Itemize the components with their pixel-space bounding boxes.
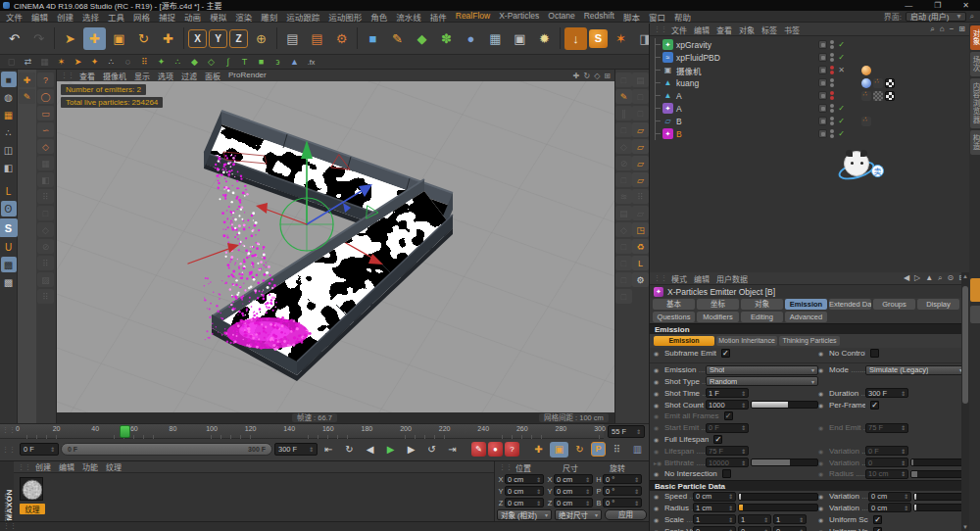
menu-item-构造[interactable]: 构造 xyxy=(970,130,980,155)
checker-tag-icon[interactable] xyxy=(885,91,895,101)
menu-item-脚本[interactable]: 脚本 xyxy=(623,11,640,23)
menu-item-网格[interactable]: 网格 xyxy=(133,11,150,23)
model-mode-icon[interactable]: ■ xyxy=(1,72,17,87)
object-row[interactable]: ▲kuang xyxy=(650,76,969,89)
animation-dot[interactable]: ◉ xyxy=(654,516,664,523)
xp-emitter-tool-icon[interactable]: ✶ xyxy=(54,56,69,69)
range-end-field[interactable]: 300 F⇕ xyxy=(274,443,318,456)
menu-item-Emission[interactable]: Emission xyxy=(785,299,827,310)
animation-dot[interactable]: ◉ xyxy=(654,412,664,419)
pen-tool-icon[interactable]: ✎ xyxy=(615,89,632,104)
prev-frame-icon[interactable]: ◀ xyxy=(361,442,379,458)
xp-cube-icon[interactable]: ◆ xyxy=(187,56,202,69)
menu-item-ProRender[interactable]: ProRender xyxy=(228,71,267,81)
film-icon[interactable]: ▥ xyxy=(628,442,647,458)
menu-item-RealFlow[interactable]: RealFlow xyxy=(456,11,490,23)
live-selection-icon[interactable]: ➤ xyxy=(59,27,81,50)
value-field[interactable]: 0 °⇕ xyxy=(603,474,642,484)
menu-item-内容浏览器[interactable]: 内容浏览器 xyxy=(970,78,980,128)
camera-icon[interactable]: ▣ xyxy=(509,27,531,50)
dots-tag-icon[interactable] xyxy=(861,91,871,101)
layer-square-icon[interactable] xyxy=(818,40,827,49)
autokey-icon[interactable]: ? xyxy=(505,442,519,457)
layer-square-icon[interactable] xyxy=(818,104,827,113)
menu-item-Emission[interactable]: Emission xyxy=(654,336,714,346)
object-name[interactable]: xpFluidPBD xyxy=(676,53,720,63)
goto-end-icon[interactable]: ⇥ xyxy=(443,442,462,458)
move-tool-icon[interactable]: ✚ xyxy=(83,27,106,50)
xp-group-icon[interactable]: ✦ xyxy=(154,56,169,69)
value-field[interactable]: 0⇕ xyxy=(738,526,771,531)
animation-dot[interactable]: ◉ xyxy=(654,378,664,385)
keyframe-scale-icon[interactable]: ▣ xyxy=(550,442,568,458)
plane-orange4-icon[interactable]: ▱ xyxy=(632,172,649,187)
value-field[interactable]: 0 cm⇕ xyxy=(554,474,593,484)
menu-item-Groups[interactable]: Groups xyxy=(873,299,915,310)
visibility-dots[interactable] xyxy=(830,40,834,49)
snap-toggle-icon[interactable]: S xyxy=(0,218,18,237)
animation-dot[interactable]: ◉ xyxy=(818,402,829,409)
goto-start-icon[interactable]: ⇤ xyxy=(319,442,338,458)
oball-tag-icon[interactable] xyxy=(861,66,871,75)
animation-dot[interactable]: ◉ xyxy=(818,424,829,431)
lasso-select-icon[interactable]: ∽ xyxy=(37,122,54,137)
range-start-field[interactable]: 0 F⇕ xyxy=(20,443,59,456)
checkbox-Full Lifespan[interactable]: ✓ xyxy=(713,435,722,444)
menu-item-渲染[interactable]: 渲染 xyxy=(235,11,252,23)
pan-view-icon[interactable]: ✚ xyxy=(573,72,580,80)
checkbox-Subframe Emit[interactable]: ✓ xyxy=(721,349,730,358)
object-name[interactable]: xpGravity xyxy=(676,40,711,50)
render-picture-viewer-icon[interactable]: ▤ xyxy=(306,27,328,50)
menu-item-查看[interactable]: 查看 xyxy=(79,71,95,81)
minus-icon[interactable]: − xyxy=(950,24,955,34)
plane-orange3-icon[interactable]: ▱ xyxy=(632,156,649,170)
menu-item-对象[interactable]: 对象 xyxy=(741,299,783,310)
slider-Birthrate[interactable] xyxy=(751,459,818,466)
menu-item-标签[interactable]: 标签 xyxy=(761,24,777,35)
checkbox-Per-Frame[interactable]: ✓ xyxy=(870,401,879,410)
menu-item-运动图形[interactable]: 运动图形 xyxy=(328,11,362,23)
attribute-tab-inactive[interactable] xyxy=(970,306,980,323)
value-field[interactable]: 0⇕ xyxy=(693,526,736,531)
render-view-icon[interactable]: ▤ xyxy=(281,27,304,50)
menu-item-纹理[interactable]: 纹理 xyxy=(106,461,122,472)
menu-item-查看[interactable]: 查看 xyxy=(716,24,732,35)
animation-dot[interactable]: ◉ xyxy=(818,448,829,455)
layer-square-icon[interactable] xyxy=(818,117,827,125)
menu-item-雕刻[interactable]: 雕刻 xyxy=(261,11,277,23)
menu-item-Octane[interactable]: Octane xyxy=(548,11,574,23)
animation-dot[interactable]: ◉ xyxy=(654,528,664,531)
object-row[interactable]: ▱B✓ xyxy=(650,115,969,127)
menu-item-功能[interactable]: 功能 xyxy=(82,461,98,472)
volume-icon[interactable]: ● xyxy=(460,27,482,50)
menu-item-对象[interactable]: 对象 xyxy=(739,24,755,35)
animation-dot[interactable]: ◉ xyxy=(654,424,664,431)
object-row[interactable]: ✦A✓ xyxy=(650,102,969,115)
animation-dot[interactable]: ◉ xyxy=(654,390,664,397)
magnet-tool-icon[interactable]: U xyxy=(1,239,17,255)
grip-icon[interactable]: ⋮⋮ xyxy=(499,463,513,471)
menu-item-流水线[interactable]: 流水线 xyxy=(396,11,421,23)
up-icon[interactable]: ▲ xyxy=(925,273,933,283)
home-icon[interactable]: ⌂ xyxy=(940,24,945,34)
search-icon[interactable]: ⌕ xyxy=(970,12,974,22)
dots-tag-icon[interactable] xyxy=(861,117,871,126)
lock-y-axis-icon[interactable]: Y xyxy=(209,29,227,48)
play-icon[interactable]: ▶ xyxy=(381,442,400,458)
xp-scatter-icon[interactable]: ∴ xyxy=(171,56,185,69)
xp-brush-icon[interactable]: ✦ xyxy=(87,56,102,69)
object-row[interactable]: ≈xpFluidPBD✓ xyxy=(650,51,969,64)
menu-item-文件[interactable]: 文件 xyxy=(671,24,687,35)
menu-item-Display[interactable]: Display xyxy=(917,299,959,310)
slider-Speed[interactable] xyxy=(738,493,818,501)
xp-text-icon[interactable]: T xyxy=(237,56,252,69)
animation-dot[interactable]: ◉ xyxy=(818,493,829,500)
value-field[interactable]: 0 cm⇕ xyxy=(868,503,911,512)
animation-dot[interactable]: ◉ xyxy=(654,505,664,511)
grip-icon[interactable]: ⋮⋮ xyxy=(654,25,667,33)
slider-Radius[interactable] xyxy=(738,504,818,511)
keyframe-position-icon[interactable]: ✚ xyxy=(529,442,548,458)
value-field[interactable]: 300 F⇕ xyxy=(865,388,908,398)
viewport-canvas[interactable] xyxy=(57,81,614,412)
animation-dot[interactable]: ◉ xyxy=(818,350,829,357)
